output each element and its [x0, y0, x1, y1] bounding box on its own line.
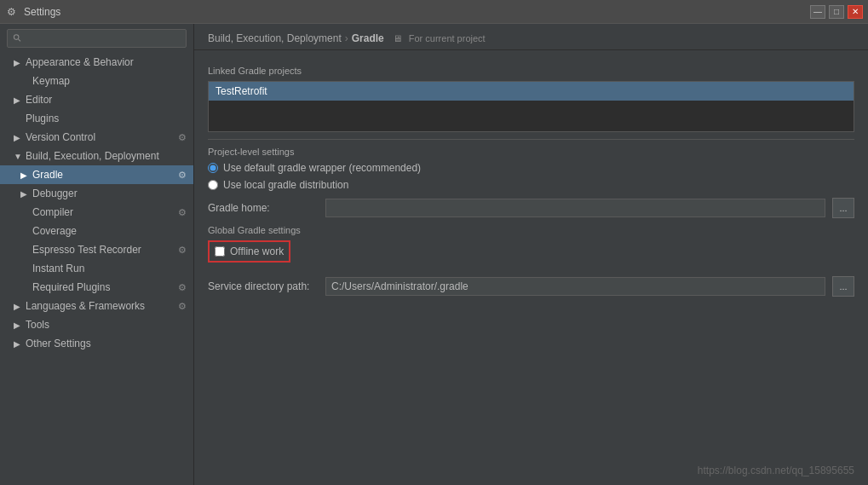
project-level-settings-label: Project-level settings — [208, 147, 854, 157]
sidebar-item-label: Plugins — [26, 113, 59, 124]
sidebar: ▶Appearance & Behavior Keymap▶Editor Plu… — [0, 24, 194, 485]
sidebar-item-label: Espresso Test Recorder — [32, 244, 141, 256]
settings-icon: ⚙ — [7, 6, 19, 18]
search-box[interactable] — [7, 29, 187, 48]
sidebar-item-coverage[interactable]: Coverage — [0, 222, 193, 240]
sidebar-item-label: Languages & Frameworks — [26, 300, 145, 312]
arrow-placeholder — [20, 245, 29, 255]
sidebar-item-build-exec-deploy[interactable]: ▼Build, Execution, Deployment — [0, 147, 193, 165]
settings-page-icon: ⚙ — [178, 282, 187, 293]
arrow-icon: ▶ — [14, 302, 22, 311]
radio-group: Use default gradle wrapper (recommended)… — [208, 162, 854, 191]
settings-page-icon: ⚙ — [178, 132, 187, 143]
linked-project-item[interactable]: TestRetrofit — [209, 82, 854, 101]
sidebar-item-languages[interactable]: ▶Languages & Frameworks⚙ — [0, 297, 193, 315]
linked-projects-label: Linked Gradle projects — [208, 66, 854, 76]
sidebar-item-appearance[interactable]: ▶Appearance & Behavior — [0, 53, 193, 72]
form-content: Linked Gradle projects TestRetrofit Proj… — [194, 50, 868, 485]
settings-page-icon: ⚙ — [178, 301, 187, 312]
sidebar-item-label: Debugger — [32, 188, 78, 199]
arrow-icon: ▶ — [14, 58, 22, 67]
radio-local-distribution: Use local gradle distribution — [208, 179, 854, 191]
sidebar-item-label: Editor — [26, 94, 52, 106]
sidebar-item-compiler[interactable]: Compiler⚙ — [0, 203, 193, 222]
offline-work-checkbox[interactable] — [215, 246, 225, 257]
minimize-button[interactable]: — — [810, 5, 825, 19]
watermark: https://blog.csdn.net/qq_15895655 — [698, 465, 854, 476]
maximize-button[interactable]: □ — [829, 5, 844, 19]
sidebar-item-required-plugins[interactable]: Required Plugins⚙ — [0, 278, 193, 297]
radio-default-wrapper-label: Use default gradle wrapper (recommended) — [223, 162, 421, 174]
project-scope-label: For current project — [409, 33, 486, 43]
arrow-icon: ▼ — [14, 152, 22, 161]
arrow-icon: ▶ — [14, 95, 22, 105]
gradle-home-row: Gradle home: ... — [208, 198, 854, 218]
settings-page-icon: ⚙ — [178, 207, 187, 218]
arrow-placeholder — [14, 114, 22, 124]
window-controls: — □ ✕ — [810, 5, 863, 19]
svg-line-1 — [19, 39, 20, 41]
sidebar-item-editor[interactable]: ▶Editor — [0, 90, 193, 109]
arrow-icon: ▶ — [20, 170, 29, 180]
arrow-icon: ▶ — [14, 133, 22, 142]
breadcrumb-sep: › — [345, 32, 348, 44]
sidebar-item-label: Compiler — [32, 206, 73, 218]
arrow-placeholder — [20, 208, 29, 217]
sidebar-item-label: Tools — [26, 319, 49, 331]
offline-work-text: Offline work — [230, 245, 284, 257]
sidebar-item-label: Build, Execution, Deployment — [26, 150, 159, 162]
sidebar-item-other-settings[interactable]: ▶Other Settings — [0, 334, 193, 353]
sidebar-item-tools[interactable]: ▶Tools — [0, 315, 193, 334]
settings-page-icon: ⚙ — [178, 170, 187, 181]
radio-local-distribution-input[interactable] — [208, 180, 218, 190]
gradle-home-browse-button[interactable]: ... — [832, 198, 854, 218]
radio-default-wrapper: Use default gradle wrapper (recommended) — [208, 162, 854, 174]
service-dir-browse-button[interactable]: ... — [832, 276, 854, 297]
sidebar-item-gradle[interactable]: ▶Gradle⚙ — [0, 165, 193, 184]
arrow-icon: ▶ — [14, 320, 22, 330]
arrow-placeholder — [20, 227, 29, 236]
sidebar-item-keymap[interactable]: Keymap — [0, 72, 193, 90]
close-button[interactable]: ✕ — [848, 5, 863, 19]
sidebar-item-label: Version Control — [26, 131, 95, 143]
sidebar-item-label: Coverage — [32, 225, 77, 237]
offline-work-label[interactable]: Offline work — [208, 240, 290, 263]
arrow-placeholder — [20, 264, 29, 274]
sidebar-items-container: ▶Appearance & Behavior Keymap▶Editor Plu… — [0, 53, 193, 353]
sidebar-item-plugins[interactable]: Plugins — [0, 109, 193, 128]
linked-projects-box: TestRetrofit — [208, 81, 854, 132]
sidebar-item-label: Other Settings — [26, 338, 91, 349]
sidebar-item-espresso[interactable]: Espresso Test Recorder⚙ — [0, 240, 193, 259]
gradle-home-label: Gradle home: — [208, 202, 319, 214]
sidebar-item-label: Gradle — [32, 169, 63, 181]
svg-point-0 — [14, 35, 19, 40]
sidebar-item-label: Required Plugins — [32, 281, 110, 293]
arrow-icon: ▶ — [20, 189, 29, 199]
divider-1 — [208, 139, 854, 140]
breadcrumb-part-2: Gradle — [352, 32, 384, 44]
arrow-placeholder — [20, 77, 29, 86]
sidebar-item-debugger[interactable]: ▶Debugger — [0, 184, 193, 203]
window-title: Settings — [24, 6, 60, 18]
info-icon: 🖥 — [393, 33, 402, 43]
sidebar-item-instant-run[interactable]: Instant Run — [0, 259, 193, 278]
gradle-home-input[interactable] — [325, 199, 825, 217]
radio-local-distribution-label: Use local gradle distribution — [223, 179, 348, 191]
title-bar: ⚙ Settings — □ ✕ — [0, 0, 868, 24]
sidebar-item-version-control[interactable]: ▶Version Control⚙ — [0, 128, 193, 147]
service-dir-label: Service directory path: — [208, 280, 319, 292]
sidebar-item-label: Appearance & Behavior — [26, 56, 134, 68]
radio-default-wrapper-input[interactable] — [208, 163, 218, 173]
arrow-placeholder — [20, 283, 29, 292]
sidebar-item-label: Instant Run — [32, 263, 84, 274]
settings-page-icon: ⚙ — [178, 245, 187, 256]
global-settings-label: Global Gradle settings — [208, 225, 854, 235]
arrow-icon: ▶ — [14, 339, 22, 349]
offline-work-container: Offline work — [208, 240, 854, 269]
content-area: Build, Execution, Deployment › Gradle 🖥 … — [194, 24, 868, 485]
search-input[interactable] — [26, 32, 181, 44]
service-dir-row: Service directory path: ... — [208, 276, 854, 297]
breadcrumb: Build, Execution, Deployment › Gradle 🖥 … — [194, 24, 868, 50]
service-dir-input[interactable] — [325, 277, 825, 296]
sidebar-item-label: Keymap — [32, 75, 70, 87]
